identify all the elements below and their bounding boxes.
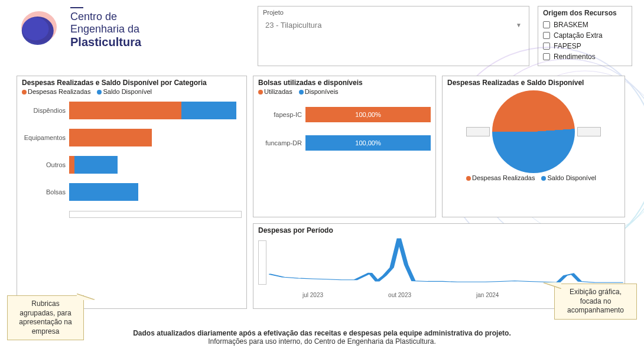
bar-value: 100,00% [305,107,431,122]
bar-label: Outros [22,161,69,168]
bar-label: funcamp-DR [258,139,305,146]
bar-label: Dispêndios [22,107,69,114]
bar-row: Bolsas [22,180,242,204]
bar-row: Equipamentos [22,126,242,149]
panel-title: Despesas Realizadas e Saldo Disponível [447,79,620,87]
legend-item-label: Saldo Disponível [547,174,596,181]
pie-chart [492,90,575,173]
legend-item-label: Disponíveis [305,88,339,95]
project-dropdown[interactable]: Projeto 23 - Tilapicultura ▼ [258,6,529,66]
bar-row: fapesp-IC 100,00% [258,106,431,123]
origem-option-label: BRASKEM [554,21,588,29]
bar-value: 100,00% [305,135,431,151]
origem-option[interactable]: BRASKEM [543,19,627,30]
header: Centro de Engenharia da Plasticultura Pr… [0,0,644,66]
footer-line: Informações para uso interno, do Centro … [0,337,644,346]
logo-icon [18,6,62,50]
origem-option[interactable]: Captação Extra [543,30,627,41]
checkbox-icon [543,43,550,50]
callout-annotation: Exibição gráfica, focada no acompanhamen… [554,284,637,320]
checkbox-icon [543,53,550,60]
legend: Despesas Realizadas Saldo Disponível [22,88,242,95]
panel-despesas-categoria: Despesas Realizadas e Saldo Disponível p… [17,76,247,309]
horizontal-scrollbar[interactable] [69,211,242,218]
logo-text-line1: Centro de [70,11,141,23]
x-tick: jul 2023 [303,292,323,298]
panel-despesas-saldo-pie: Despesas Realizadas e Saldo Disponível D… [442,76,625,217]
bar-row: Dispêndios [22,99,242,122]
checkbox-icon [543,21,550,28]
footer-note: Dados atualizados diariamente após a efe… [0,329,644,346]
panel-title: Despesas por Período [258,226,620,235]
project-dropdown-label: Projeto [263,9,524,16]
x-tick: jan 2024 [476,292,499,298]
legend-item-label: Despesas Realizadas [28,88,90,95]
legend-item-label: Saldo Disponível [103,88,152,95]
chevron-down-icon: ▼ [516,22,522,28]
vertical-scrollbar[interactable] [258,240,266,285]
logo-block: Centro de Engenharia da Plasticultura [18,6,141,50]
origem-option-label: FAPESP [554,42,581,50]
origem-option[interactable]: FAPESP [543,41,627,51]
svg-point-5 [22,18,49,41]
origem-option[interactable]: Rendimentos [543,51,627,62]
pie-label-box [577,127,601,136]
pie-label-box [466,127,490,136]
origem-option-label: Rendimentos [554,53,596,61]
bar-row: funcamp-DR 100,00% [258,134,431,152]
logo-text-line2: Engenharia da [70,23,141,35]
legend: Utilizadas Disponíveis [258,88,431,95]
panel-title: Despesas Realizadas e Saldo Disponível p… [22,79,242,87]
callout-annotation: Rubricas agrupadas, para apresentação na… [7,295,84,340]
checkbox-icon [543,32,550,39]
bar-label: fapesp-IC [258,111,305,118]
footer-line: Dados atualizados diariamente após a efe… [0,329,644,337]
bar-label: Equipamentos [22,134,69,141]
bar-label: Bolsas [22,188,69,196]
legend-item-label: Despesas Realizadas [472,174,535,181]
line-chart [269,236,625,289]
bar-row: Outros [22,153,242,177]
panel-title: Bolsas utilizadas e disponíveis [258,79,431,87]
x-tick: out 2023 [388,292,411,298]
legend: Despesas Realizadas Saldo Disponível [447,174,620,181]
legend-item-label: Utilizadas [264,88,292,95]
origem-recursos-panel: Origem dos Recursos BRASKEM Captação Ext… [538,6,632,66]
panel-bolsas: Bolsas utilizadas e disponíveis Utilizad… [253,76,436,217]
project-dropdown-value: 23 - Tilapicultura [265,21,321,30]
origem-recursos-title: Origem dos Recursos [543,9,627,17]
logo-text-line3: Plasticultura [70,35,141,49]
origem-option-label: Captação Extra [554,31,603,40]
